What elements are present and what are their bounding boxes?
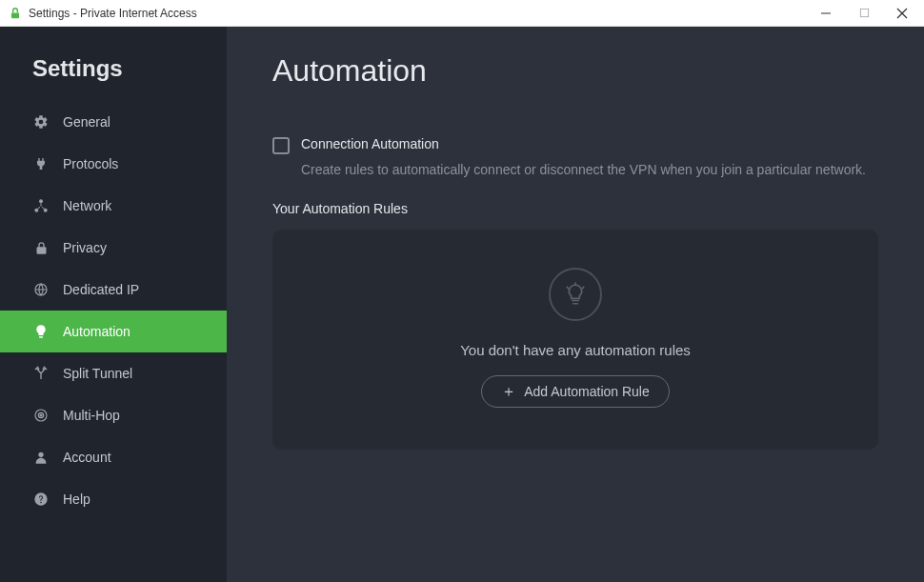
lock-icon	[32, 239, 50, 256]
app-lock-icon	[8, 6, 23, 21]
sidebar-item-privacy[interactable]: Privacy	[0, 227, 227, 269]
svg-rect-0	[11, 12, 19, 18]
sidebar-item-multi-hop[interactable]: Multi-Hop	[0, 394, 227, 436]
globe-ip-icon	[32, 281, 50, 298]
gear-icon	[32, 113, 50, 130]
maximize-button[interactable]	[854, 3, 874, 24]
sidebar-item-help[interactable]: Help	[0, 478, 227, 520]
sidebar-item-label: General	[63, 114, 110, 130]
multihop-icon	[32, 407, 50, 424]
network-icon	[32, 197, 50, 214]
sidebar-item-network[interactable]: Network	[0, 185, 227, 227]
svg-point-12	[38, 452, 43, 457]
sidebar-item-label: Automation	[63, 324, 131, 339]
connection-automation-row: Connection Automation Create rules to au…	[272, 136, 878, 180]
sidebar-item-label: Privacy	[63, 240, 107, 255]
sidebar-heading: Settings	[0, 55, 227, 101]
add-rule-label: Add Automation Rule	[524, 384, 650, 399]
svg-rect-2	[860, 9, 868, 16]
page-title: Automation	[272, 53, 878, 89]
sidebar-item-dedicated-ip[interactable]: Dedicated IP	[0, 269, 227, 311]
sidebar-item-protocols[interactable]: Protocols	[0, 143, 227, 185]
question-icon	[32, 491, 50, 508]
sidebar-item-label: Protocols	[63, 156, 118, 171]
bulb-icon	[32, 323, 50, 340]
rules-heading: Your Automation Rules	[272, 201, 878, 216]
sidebar-item-split-tunnel[interactable]: Split Tunnel	[0, 352, 227, 394]
svg-point-11	[40, 414, 42, 416]
person-icon	[32, 449, 50, 466]
sidebar-item-label: Network	[63, 198, 111, 213]
window-controls	[815, 3, 916, 24]
split-icon	[32, 365, 50, 382]
sidebar-item-general[interactable]: General	[0, 101, 227, 143]
sidebar-item-label: Multi-Hop	[63, 408, 120, 423]
plug-icon	[32, 155, 50, 172]
svg-point-5	[39, 199, 43, 203]
sidebar-item-automation[interactable]: Automation	[0, 311, 227, 352]
connection-automation-description: Create rules to automatically connect or…	[301, 161, 866, 180]
connection-automation-label: Connection Automation	[301, 136, 866, 151]
sidebar: Settings General Protocols Network Priva…	[0, 27, 227, 582]
sidebar-item-label: Help	[63, 492, 90, 507]
plus-icon: ＋	[501, 384, 516, 399]
titlebar: Settings - Private Internet Access	[0, 0, 924, 27]
sidebar-item-account[interactable]: Account	[0, 436, 227, 478]
sidebar-item-label: Dedicated IP	[63, 282, 139, 297]
close-button[interactable]	[892, 3, 913, 24]
sidebar-item-label: Split Tunnel	[63, 366, 132, 381]
empty-state-text: You don't have any automation rules	[460, 342, 691, 358]
minimize-button[interactable]	[815, 3, 836, 24]
empty-bulb-icon	[549, 268, 602, 321]
connection-automation-checkbox[interactable]	[272, 137, 290, 154]
add-automation-rule-button[interactable]: ＋ Add Automation Rule	[481, 375, 670, 408]
sidebar-item-label: Account	[63, 450, 111, 465]
main-content: Automation Connection Automation Create …	[227, 27, 924, 582]
rules-panel: You don't have any automation rules ＋ Ad…	[272, 230, 878, 450]
window-title: Settings - Private Internet Access	[29, 7, 815, 20]
